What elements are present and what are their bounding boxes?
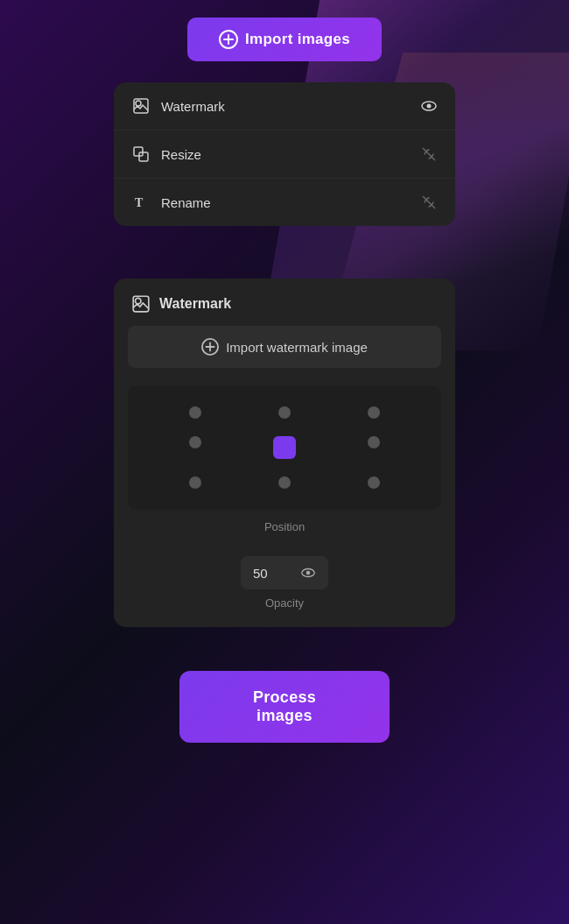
svg-point-6 xyxy=(427,104,432,109)
watermark-card-icon xyxy=(131,294,151,314)
import-images-button[interactable]: Import images xyxy=(187,18,382,61)
svg-text:T: T xyxy=(135,196,144,209)
watermark-row[interactable]: Watermark xyxy=(114,82,455,130)
svg-rect-8 xyxy=(139,152,148,161)
resize-row-left: Resize xyxy=(131,145,201,164)
grid-dot-0[interactable] xyxy=(189,406,201,419)
resize-label: Resize xyxy=(161,147,201,162)
opacity-eye-icon[interactable] xyxy=(300,565,316,581)
opacity-value: 50 xyxy=(253,566,292,581)
eye-visible-icon[interactable] xyxy=(420,97,438,115)
grid-dot-6[interactable] xyxy=(189,476,201,489)
circle-plus-icon xyxy=(219,30,238,49)
grid-dot-1[interactable] xyxy=(278,406,291,419)
watermark-label: Watermark xyxy=(161,99,225,114)
grid-dot-8[interactable] xyxy=(368,476,380,489)
rename-row[interactable]: T Rename xyxy=(114,179,455,226)
process-images-button[interactable]: Process images xyxy=(179,671,390,743)
resize-icon xyxy=(131,145,151,164)
rename-row-left: T Rename xyxy=(131,193,211,212)
opacity-container: 50 Opacity xyxy=(128,556,441,610)
eye-hidden-rename-icon[interactable] xyxy=(420,194,438,211)
process-images-label: Process images xyxy=(232,688,337,725)
import-watermark-button[interactable]: Import watermark image xyxy=(128,326,441,368)
import-watermark-plus-icon xyxy=(201,338,219,356)
position-grid-container: Position xyxy=(128,385,441,547)
watermark-detail-card: Watermark Import watermark image xyxy=(114,279,455,627)
watermark-row-left: Watermark xyxy=(131,96,225,116)
eye-hidden-resize-icon[interactable] xyxy=(420,145,438,163)
watermark-icon xyxy=(131,96,151,116)
opacity-input-row: 50 xyxy=(241,556,328,589)
resize-row[interactable]: Resize xyxy=(114,130,455,179)
watermark-card-title: Watermark xyxy=(159,296,231,312)
rename-icon: T xyxy=(131,193,151,212)
import-images-label: Import images xyxy=(245,31,350,48)
grid-dot-2[interactable] xyxy=(368,406,380,419)
grid-dot-3[interactable] xyxy=(189,436,201,448)
svg-point-18 xyxy=(306,571,311,575)
grid-dot-4-active[interactable] xyxy=(273,436,296,459)
grid-dot-5[interactable] xyxy=(368,436,380,448)
svg-point-12 xyxy=(135,298,141,304)
watermark-card-header: Watermark xyxy=(114,279,455,326)
position-grid xyxy=(128,385,441,510)
opacity-label: Opacity xyxy=(265,596,304,610)
grid-dot-7[interactable] xyxy=(278,476,291,489)
import-watermark-label: Import watermark image xyxy=(226,340,368,355)
operations-card: Watermark Resize xyxy=(114,82,455,226)
rename-label: Rename xyxy=(161,195,211,210)
svg-point-3 xyxy=(136,101,141,106)
svg-rect-7 xyxy=(134,147,143,156)
position-label: Position xyxy=(264,520,305,533)
